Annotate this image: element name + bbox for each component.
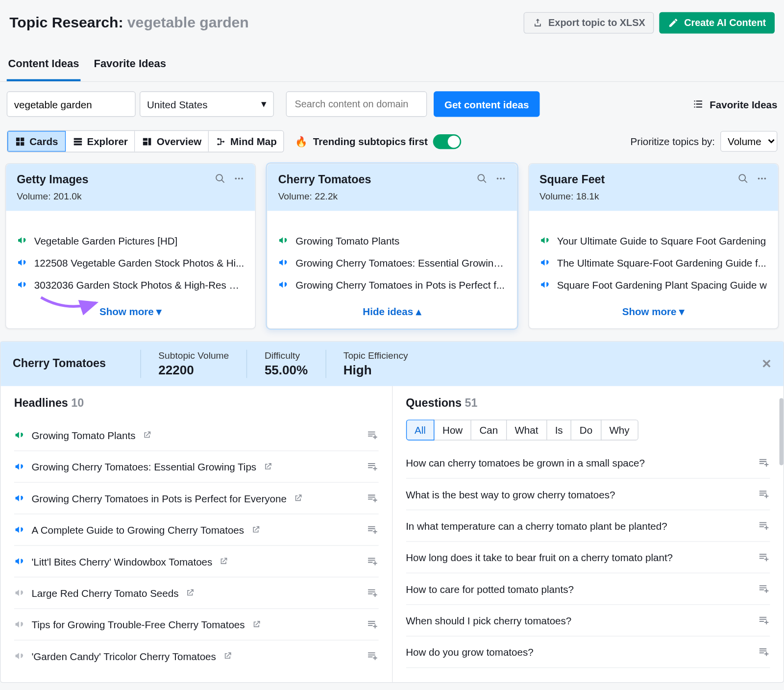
external-link-icon[interactable]: [142, 430, 151, 440]
domain-input[interactable]: [286, 91, 427, 117]
flame-icon: 🔥: [295, 135, 308, 148]
headline-row[interactable]: 'Litt'l Bites Cherry' Windowbox Tomatoes: [14, 546, 378, 577]
overview-icon: [142, 136, 153, 147]
question-filter[interactable]: Do: [571, 419, 601, 440]
external-link-icon[interactable]: [185, 588, 195, 597]
view-overview[interactable]: Overview: [135, 131, 209, 151]
list-icon: [692, 98, 705, 110]
question-filter[interactable]: Can: [471, 419, 507, 440]
export-button[interactable]: Export topic to XLSX: [523, 12, 654, 34]
external-link-icon[interactable]: [294, 493, 303, 503]
headline-row[interactable]: Large Red Cherry Tomato Seeds: [14, 577, 378, 609]
card-toggle[interactable]: Show more ▾: [529, 296, 778, 328]
more-icon[interactable]: [757, 173, 767, 184]
question-filter[interactable]: What: [506, 419, 547, 440]
view-cards[interactable]: Cards: [7, 131, 66, 151]
search-icon[interactable]: [738, 173, 749, 184]
add-to-list-icon[interactable]: [366, 524, 378, 536]
question-text: In what temperature can a cherry tomato …: [406, 520, 667, 531]
headline-row[interactable]: A Complete Guide to Growing Cherry Tomat…: [14, 514, 378, 545]
question-row[interactable]: In what temperature can a cherry tomato …: [406, 510, 770, 542]
add-to-list-icon[interactable]: [758, 488, 770, 500]
add-to-list-icon[interactable]: [366, 429, 378, 441]
headline-row[interactable]: Tips for Growing Trouble-Free Cherry Tom…: [14, 609, 378, 641]
tab-content-ideas[interactable]: Content Ideas: [7, 51, 80, 81]
megaphone-icon: [278, 257, 289, 268]
question-filter[interactable]: Is: [546, 419, 572, 440]
search-icon[interactable]: [476, 173, 487, 184]
idea-row[interactable]: Growing Cherry Tomatoes: Essential Growi…: [278, 257, 506, 269]
prioritize-select[interactable]: Volume: [720, 131, 777, 151]
close-detail-icon[interactable]: ✕: [761, 356, 772, 371]
topic-input[interactable]: [14, 99, 142, 110]
more-icon[interactable]: [234, 173, 245, 184]
add-to-list-icon[interactable]: [366, 587, 378, 599]
add-to-list-icon[interactable]: [758, 615, 770, 627]
headline-row[interactable]: Growing Tomato Plants: [14, 419, 378, 451]
view-explorer[interactable]: Explorer: [66, 131, 135, 151]
question-row[interactable]: How can cherry tomatoes be grown in a sm…: [406, 447, 770, 478]
card-volume: Volume: 22.2k: [278, 191, 477, 201]
idea-row[interactable]: 122508 Vegetable Garden Stock Photos & H…: [17, 257, 245, 269]
external-link-icon[interactable]: [251, 525, 260, 534]
megaphone-icon: [14, 461, 25, 472]
idea-row[interactable]: Growing Cherry Tomatoes in Pots is Perfe…: [278, 279, 506, 291]
question-filter[interactable]: Why: [601, 419, 638, 440]
country-select[interactable]: United States ▾: [140, 91, 274, 117]
add-to-list-icon[interactable]: [758, 551, 770, 564]
question-text: How to care for potted tomato plants?: [406, 583, 574, 594]
tab-favorite-ideas[interactable]: Favorite Ideas: [93, 51, 168, 81]
get-content-ideas-button[interactable]: Get content ideas: [434, 91, 539, 117]
topic-card: Square FeetVolume: 18.1k Your Ultimate G…: [528, 163, 779, 329]
add-to-list-icon[interactable]: [366, 492, 378, 504]
create-ai-content-button[interactable]: Create AI Content: [659, 12, 775, 34]
metric-label: Topic Efficiency: [343, 350, 408, 361]
add-to-list-icon[interactable]: [366, 618, 378, 631]
question-filter[interactable]: All: [406, 419, 434, 440]
headline-row[interactable]: Growing Cherry Tomatoes: Essential Growi…: [14, 451, 378, 483]
question-row[interactable]: What is the best way to grow cherry toma…: [406, 479, 770, 510]
idea-row[interactable]: Vegetable Garden Pictures [HD]: [17, 235, 245, 246]
card-toggle[interactable]: Hide ideas ▴: [268, 296, 517, 328]
external-link-icon[interactable]: [251, 620, 261, 629]
headline-text: Large Red Cherry Tomato Seeds: [31, 587, 178, 598]
add-to-list-icon[interactable]: [366, 461, 378, 473]
trending-toggle[interactable]: [433, 134, 462, 148]
scrollbar[interactable]: [780, 398, 784, 465]
favorite-ideas-link[interactable]: Favorite Ideas: [692, 98, 778, 110]
headline-text: A Complete Guide to Growing Cherry Tomat…: [31, 524, 244, 535]
question-filter[interactable]: How: [434, 419, 471, 440]
card-toggle[interactable]: Show more ▾: [6, 296, 255, 328]
view-switch: Cards Explorer Overview Mind Map: [7, 130, 284, 152]
megaphone-icon: [17, 279, 27, 290]
external-link-icon[interactable]: [263, 462, 272, 471]
question-row[interactable]: How to care for potted tomato plants?: [406, 573, 770, 605]
headline-row[interactable]: 'Garden Candy' Tricolor Cherry Tomatoes: [14, 641, 378, 671]
metric-value: 22200: [158, 363, 229, 378]
add-to-list-icon[interactable]: [758, 646, 770, 658]
megaphone-icon: [539, 235, 550, 246]
explorer-icon: [72, 136, 83, 147]
idea-row[interactable]: 3032036 Garden Stock Photos & High-Res P…: [17, 279, 245, 291]
add-to-list-icon[interactable]: [366, 650, 378, 662]
question-row[interactable]: How long does it take to bear fruit on a…: [406, 542, 770, 573]
external-link-icon[interactable]: [222, 651, 232, 661]
add-to-list-icon[interactable]: [366, 555, 378, 567]
add-to-list-icon[interactable]: [758, 519, 770, 532]
search-icon[interactable]: [215, 173, 226, 184]
headline-text: 'Garden Candy' Tricolor Cherry Tomatoes: [31, 650, 216, 662]
question-row[interactable]: How do you grow tomatoes?: [406, 637, 770, 668]
idea-row[interactable]: Square Foot Gardening Plant Spacing Guid…: [539, 279, 767, 291]
idea-row[interactable]: Your Ultimate Guide to Square Foot Garde…: [539, 235, 767, 246]
idea-row[interactable]: The Ultimate Square-Foot Gardening Guide…: [539, 257, 767, 269]
add-to-list-icon[interactable]: [758, 457, 770, 469]
idea-row[interactable]: Growing Tomato Plants: [278, 235, 506, 246]
view-mindmap[interactable]: Mind Map: [209, 131, 283, 151]
annotation-arrow: [40, 294, 100, 317]
question-row[interactable]: When should I pick cherry tomatoes?: [406, 605, 770, 636]
add-to-list-icon[interactable]: [758, 583, 770, 595]
headline-row[interactable]: Growing Cherry Tomatoes in Pots is Perfe…: [14, 483, 378, 514]
edit-icon: [668, 18, 679, 28]
external-link-icon[interactable]: [219, 557, 228, 566]
more-icon[interactable]: [495, 173, 506, 184]
